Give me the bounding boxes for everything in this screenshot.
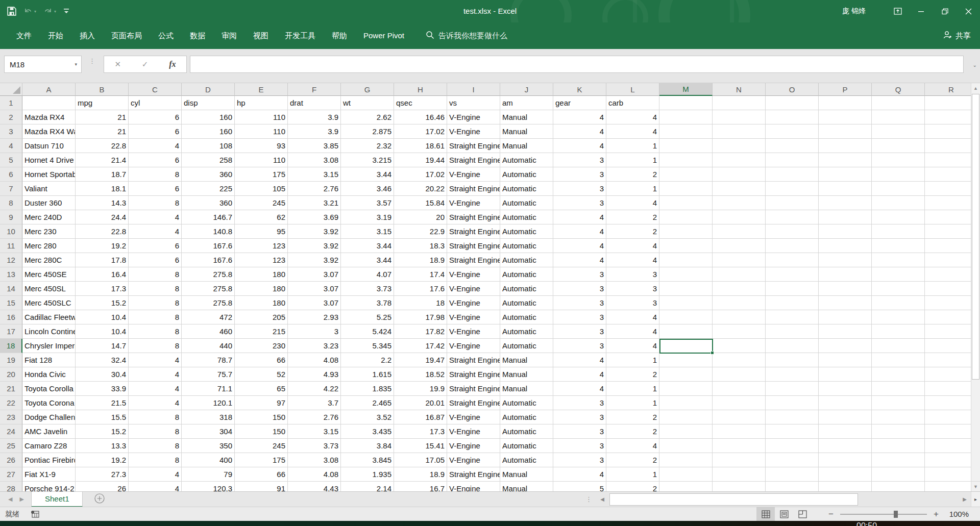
cell-O28[interactable]: [766, 482, 819, 491]
cell-H1[interactable]: qsec: [394, 96, 447, 110]
cell-M23[interactable]: [659, 410, 713, 424]
cell-O18[interactable]: [766, 339, 819, 353]
cell-F10[interactable]: 3.92: [288, 224, 341, 239]
cell-M10[interactable]: [659, 224, 713, 239]
cell-I11[interactable]: Straight Engine: [447, 239, 500, 253]
cell-C19[interactable]: 4: [129, 353, 182, 367]
cell-B18[interactable]: 14.7: [76, 339, 129, 353]
previous-sheet-icon[interactable]: ◀: [8, 496, 12, 503]
cell-G16[interactable]: 5.25: [341, 310, 394, 324]
cell-E10[interactable]: 95: [235, 224, 288, 239]
cell-G24[interactable]: 3.435: [341, 424, 394, 439]
cell-A18[interactable]: Chrysler Imperial: [22, 339, 76, 353]
cell-M26[interactable]: [659, 453, 713, 467]
cell-M21[interactable]: [659, 382, 713, 396]
cell-E15[interactable]: 180: [235, 296, 288, 310]
cell-D16[interactable]: 472: [182, 310, 235, 324]
scrollbar-corner[interactable]: ▸: [971, 492, 980, 507]
restore-button[interactable]: [933, 0, 957, 22]
cell-B26[interactable]: 19.2: [76, 453, 129, 467]
cell-E5[interactable]: 110: [235, 153, 288, 167]
cell-J9[interactable]: Automatic: [500, 210, 553, 224]
cell-P28[interactable]: [819, 482, 872, 491]
cell-Q13[interactable]: [872, 267, 925, 282]
cell-B10[interactable]: 22.8: [76, 224, 129, 239]
new-sheet-icon[interactable]: [94, 493, 105, 506]
cell-A7[interactable]: Valiant: [22, 182, 76, 196]
cell-G17[interactable]: 5.424: [341, 324, 394, 339]
row-header-4[interactable]: 4: [0, 139, 22, 153]
column-header-E[interactable]: E: [235, 83, 288, 96]
cell-M19[interactable]: [659, 353, 713, 367]
cell-Q27[interactable]: [872, 467, 925, 482]
formula-input[interactable]: [190, 56, 964, 73]
cell-L10[interactable]: 2: [606, 224, 659, 239]
row-header-15[interactable]: 15: [0, 296, 22, 310]
cell-K26[interactable]: 3: [553, 453, 606, 467]
cell-R11[interactable]: [925, 239, 971, 253]
cell-K10[interactable]: 4: [553, 224, 606, 239]
cell-K28[interactable]: 5: [553, 482, 606, 491]
cell-O3[interactable]: [766, 124, 819, 139]
cancel-formula-icon[interactable]: ✕: [114, 60, 121, 69]
cell-O24[interactable]: [766, 424, 819, 439]
cell-H24[interactable]: 17.3: [394, 424, 447, 439]
row-header-12[interactable]: 12: [0, 253, 22, 267]
row-header-3[interactable]: 3: [0, 124, 22, 139]
cell-L19[interactable]: 1: [606, 353, 659, 367]
cell-P2[interactable]: [819, 110, 872, 124]
page-layout-view-icon[interactable]: [775, 507, 793, 521]
cell-A28[interactable]: Porsche 914-2: [22, 482, 76, 491]
cell-K1[interactable]: gear: [553, 96, 606, 110]
cell-F19[interactable]: 4.08: [288, 353, 341, 367]
cell-C24[interactable]: 8: [129, 424, 182, 439]
cell-J28[interactable]: Manual: [500, 482, 553, 491]
cell-L23[interactable]: 2: [606, 410, 659, 424]
cell-B9[interactable]: 24.4: [76, 210, 129, 224]
cell-Q9[interactable]: [872, 210, 925, 224]
close-button[interactable]: [957, 0, 980, 22]
cell-L21[interactable]: 1: [606, 382, 659, 396]
cell-M2[interactable]: [659, 110, 713, 124]
cell-N12[interactable]: [713, 253, 766, 267]
cell-Q5[interactable]: [872, 153, 925, 167]
cell-P15[interactable]: [819, 296, 872, 310]
cell-H15[interactable]: 18: [394, 296, 447, 310]
vertical-scrollbar[interactable]: ▲ ▼: [971, 83, 980, 491]
scroll-right-icon[interactable]: ▶: [959, 492, 971, 507]
cell-F11[interactable]: 3.92: [288, 239, 341, 253]
tell-me-search[interactable]: 告诉我你想要做什么: [426, 31, 507, 41]
cell-I13[interactable]: V-Engine: [447, 267, 500, 282]
cell-A20[interactable]: Honda Civic: [22, 367, 76, 382]
cell-I17[interactable]: V-Engine: [447, 324, 500, 339]
cell-F6[interactable]: 3.15: [288, 167, 341, 182]
row-header-14[interactable]: 14: [0, 282, 22, 296]
cell-O23[interactable]: [766, 410, 819, 424]
cell-M9[interactable]: [659, 210, 713, 224]
cell-C14[interactable]: 8: [129, 282, 182, 296]
cell-K3[interactable]: 4: [553, 124, 606, 139]
cell-M24[interactable]: [659, 424, 713, 439]
row-header-10[interactable]: 10: [0, 224, 22, 239]
cell-L8[interactable]: 4: [606, 196, 659, 210]
cell-K13[interactable]: 3: [553, 267, 606, 282]
cell-E1[interactable]: hp: [235, 96, 288, 110]
cell-D22[interactable]: 120.1: [182, 396, 235, 410]
cell-F23[interactable]: 2.76: [288, 410, 341, 424]
cell-D8[interactable]: 360: [182, 196, 235, 210]
cell-E13[interactable]: 180: [235, 267, 288, 282]
cell-R12[interactable]: [925, 253, 971, 267]
cell-A12[interactable]: Merc 280C: [22, 253, 76, 267]
cell-J11[interactable]: Automatic: [500, 239, 553, 253]
cell-D1[interactable]: disp: [182, 96, 235, 110]
cell-D25[interactable]: 350: [182, 439, 235, 453]
cell-F1[interactable]: drat: [288, 96, 341, 110]
cell-N24[interactable]: [713, 424, 766, 439]
cell-O21[interactable]: [766, 382, 819, 396]
cell-P8[interactable]: [819, 196, 872, 210]
cell-J18[interactable]: Automatic: [500, 339, 553, 353]
cell-F21[interactable]: 4.22: [288, 382, 341, 396]
cell-A16[interactable]: Cadillac Fleetwood: [22, 310, 76, 324]
cell-R25[interactable]: [925, 439, 971, 453]
cell-N21[interactable]: [713, 382, 766, 396]
